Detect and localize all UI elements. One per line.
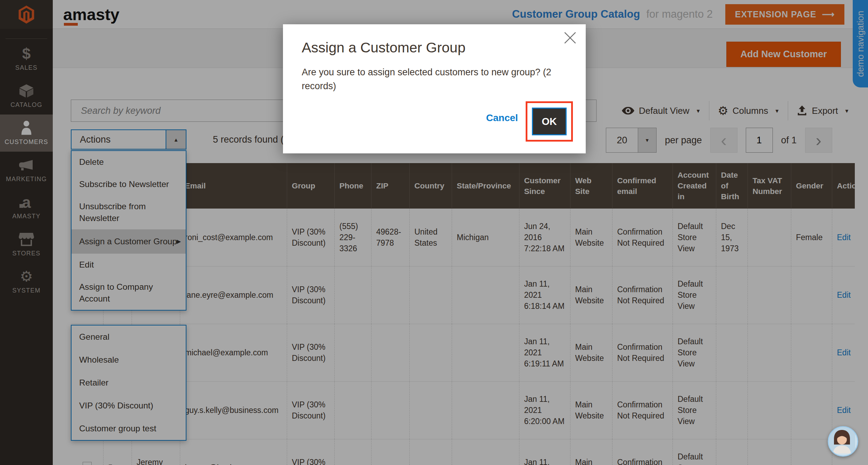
cancel-button[interactable]: Cancel: [486, 112, 518, 124]
magento-admin-page: $SALESCATALOGCUSTOMERSMARKETINGaAMASTYST…: [0, 0, 868, 465]
support-chat-avatar[interactable]: [828, 426, 858, 457]
assign-group-modal: Assign a Customer Group Are you sure to …: [283, 24, 586, 153]
avatar-image: [829, 427, 855, 454]
close-icon[interactable]: [564, 31, 577, 44]
ok-button[interactable]: OK: [532, 108, 567, 135]
modal-message: Are you sure to assign selected customer…: [302, 65, 560, 93]
modal-title: Assign a Customer Group: [302, 40, 466, 56]
